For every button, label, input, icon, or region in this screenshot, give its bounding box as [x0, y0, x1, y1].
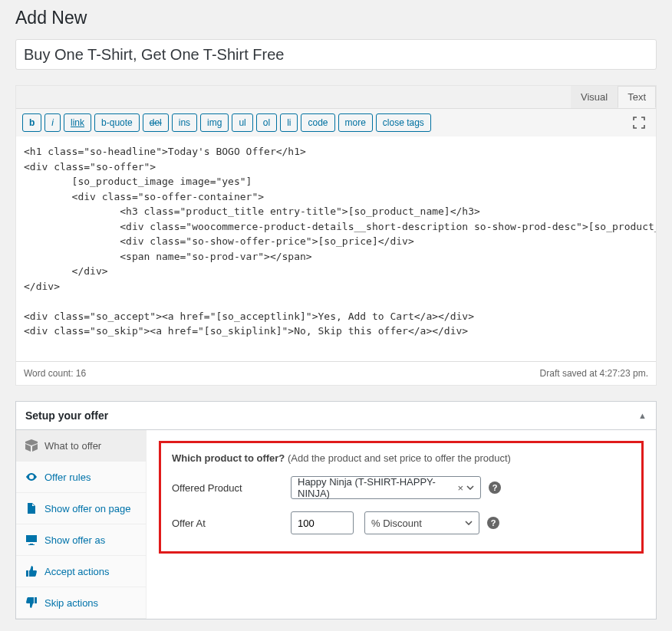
help-icon[interactable]: ?	[487, 517, 499, 529]
qt-ins-button[interactable]: ins	[172, 113, 197, 132]
highlighted-region: Which product to offer? (Add the product…	[159, 441, 644, 554]
offer-at-input[interactable]	[291, 511, 354, 534]
collapse-icon[interactable]: ▲	[638, 411, 647, 420]
qt-ol-button[interactable]: ol	[256, 113, 277, 132]
tab-label: Show offer on page	[44, 503, 131, 514]
editor-block: Visual Text b i link b-quote del ins img…	[15, 85, 657, 386]
monitor-icon	[25, 534, 38, 546]
setup-offer-box: Setup your offer ▲ What to offer Offer r…	[15, 401, 657, 619]
tab-accept-actions[interactable]: Accept actions	[16, 556, 146, 587]
tab-what-to-offer[interactable]: What to offer	[16, 430, 146, 462]
thumbs-down-icon	[25, 596, 38, 609]
page-icon	[25, 502, 38, 514]
question-hint: (Add the product and set price to offer …	[285, 452, 511, 464]
qt-bold-button[interactable]: b	[22, 113, 41, 132]
qt-img-button[interactable]: img	[200, 113, 229, 132]
qt-closetags-button[interactable]: close tags	[376, 113, 431, 132]
tab-show-offer-as[interactable]: Show offer as	[16, 524, 146, 556]
tab-label: Skip actions	[44, 597, 98, 609]
offered-product-select[interactable]: Happy Ninja (T-SHIRT-HAPPY-NINJA) ×	[291, 476, 481, 499]
thumbs-up-icon	[25, 565, 38, 577]
qt-ul-button[interactable]: ul	[232, 113, 252, 132]
chevron-down-icon[interactable]	[466, 485, 474, 490]
selected-product-value: Happy Ninja (T-SHIRT-HAPPY-NINJA)	[298, 476, 457, 499]
tab-label: What to offer	[44, 440, 101, 452]
quicktags-toolbar: b i link b-quote del ins img ul ol li co…	[16, 108, 656, 136]
qt-italic-button[interactable]: i	[44, 113, 61, 132]
word-count: Word count: 16	[24, 368, 86, 379]
qt-more-button[interactable]: more	[338, 113, 373, 132]
qt-bquote-button[interactable]: b-quote	[94, 113, 140, 132]
tab-label: Show offer as	[44, 534, 105, 546]
chevron-down-icon[interactable]	[465, 521, 473, 525]
offer-at-label: Offer At	[172, 518, 291, 529]
setup-offer-title: Setup your offer	[25, 409, 108, 422]
tab-content-panel: Which product to offer? (Add the product…	[147, 430, 656, 619]
tab-label: Offer rules	[44, 472, 91, 483]
content-textarea[interactable]	[16, 136, 656, 359]
tab-label: Accept actions	[44, 566, 110, 577]
qt-li-button[interactable]: li	[280, 113, 298, 132]
setup-offer-header[interactable]: Setup your offer ▲	[16, 402, 656, 430]
tab-visual[interactable]: Visual	[571, 86, 618, 108]
tab-show-on-page[interactable]: Show offer on page	[16, 493, 146, 524]
editor-status-bar: Word count: 16 Draft saved at 4:27:23 pm…	[16, 361, 656, 385]
help-icon[interactable]: ?	[489, 481, 501, 494]
qt-link-button[interactable]: link	[64, 113, 91, 132]
eye-icon	[25, 471, 38, 483]
fullscreen-icon[interactable]	[633, 117, 645, 129]
tab-text[interactable]: Text	[618, 86, 656, 108]
section-question: Which product to offer? (Add the product…	[172, 452, 631, 464]
clear-icon[interactable]: ×	[457, 482, 463, 494]
qt-code-button[interactable]: code	[301, 113, 334, 132]
editor-mode-tabs: Visual Text	[16, 86, 656, 108]
offered-product-label: Offered Product	[172, 482, 291, 494]
discount-type-value: % Discount	[371, 518, 422, 529]
qt-del-button[interactable]: del	[143, 113, 169, 132]
box-icon	[25, 439, 38, 452]
discount-type-select[interactable]: % Discount	[364, 511, 479, 534]
offer-tabs-column: What to offer Offer rules Show offer on …	[16, 430, 147, 619]
draft-saved-status: Draft saved at 4:27:23 pm.	[540, 368, 648, 379]
post-title-input[interactable]	[15, 39, 657, 70]
tab-skip-actions[interactable]: Skip actions	[16, 587, 146, 619]
question-bold: Which product to offer?	[172, 452, 285, 464]
page-title: Add New	[15, 8, 657, 28]
tab-offer-rules[interactable]: Offer rules	[16, 462, 146, 493]
